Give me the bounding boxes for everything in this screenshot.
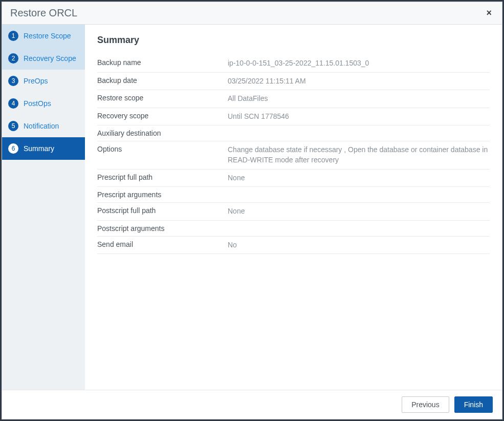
summary-row-options: Options Change database state if necessa… xyxy=(97,141,490,169)
step-recovery-scope[interactable]: 2 Recovery Scope xyxy=(2,47,85,70)
dialog-title: Restore ORCL xyxy=(10,7,77,19)
close-icon[interactable]: × xyxy=(484,8,494,18)
dialog-header: Restore ORCL × xyxy=(2,2,502,25)
summary-row-prescript-args: Prescript arguments xyxy=(97,187,490,203)
summary-row-prescript-path: Prescript full path None xyxy=(97,170,490,187)
wizard-sidebar: 1 Restore Scope 2 Recovery Scope 3 PreOp… xyxy=(2,25,85,390)
step-label: PostOps xyxy=(24,99,51,108)
summary-value: None xyxy=(228,206,490,217)
step-number-icon: 1 xyxy=(8,31,18,41)
step-notification[interactable]: 5 Notification xyxy=(2,115,85,137)
summary-value: Change database state if necessary , Ope… xyxy=(228,145,490,165)
summary-label: Postscript full path xyxy=(97,206,228,215)
step-label: Summary xyxy=(24,144,54,153)
dialog-footer: Previous Finish xyxy=(2,390,502,419)
step-summary[interactable]: 6 Summary xyxy=(2,137,85,160)
content-panel: Summary Backup name ip-10-0-0-151_03-25-… xyxy=(85,25,502,390)
summary-row-backup-date: Backup date 03/25/2022 11:15:11 AM xyxy=(97,73,490,91)
summary-value: No xyxy=(228,240,490,250)
step-number-icon: 6 xyxy=(8,143,18,154)
summary-row-recovery-scope: Recovery scope Until SCN 1778546 xyxy=(97,108,490,126)
step-number-icon: 2 xyxy=(8,53,18,64)
step-number-icon: 3 xyxy=(8,76,18,86)
summary-label: Backup date xyxy=(97,76,228,85)
step-label: Recovery Scope xyxy=(24,54,76,62)
summary-value: All DataFiles xyxy=(228,94,490,104)
step-postops[interactable]: 4 PostOps xyxy=(2,92,85,115)
summary-label: Send email xyxy=(97,240,228,248)
step-number-icon: 4 xyxy=(8,98,18,109)
summary-value: Until SCN 1778546 xyxy=(228,112,490,122)
step-label: Notification xyxy=(24,122,59,130)
summary-row-postscript-path: Postscript full path None xyxy=(97,203,490,221)
summary-label: Recovery scope xyxy=(97,112,228,120)
summary-value: ip-10-0-0-151_03-25-2022_11.15.01.1503_0 xyxy=(228,58,490,69)
summary-value: 03/25/2022 11:15:11 AM xyxy=(228,76,490,87)
step-label: PreOps xyxy=(24,77,48,85)
step-preops[interactable]: 3 PreOps xyxy=(2,70,85,92)
panel-title: Summary xyxy=(97,35,490,46)
summary-label: Prescript arguments xyxy=(97,191,228,199)
summary-row-postscript-args: Postscript arguments xyxy=(97,221,490,237)
dialog-body: 1 Restore Scope 2 Recovery Scope 3 PreOp… xyxy=(2,25,502,390)
previous-button[interactable]: Previous xyxy=(402,396,449,413)
summary-label: Auxiliary destination xyxy=(97,129,228,137)
summary-label: Postscript arguments xyxy=(97,224,228,233)
step-label: Restore Scope xyxy=(24,32,71,40)
summary-label: Restore scope xyxy=(97,94,228,102)
restore-dialog: Restore ORCL × 1 Restore Scope 2 Recover… xyxy=(2,2,502,419)
summary-row-backup-name: Backup name ip-10-0-0-151_03-25-2022_11.… xyxy=(97,55,490,73)
step-restore-scope[interactable]: 1 Restore Scope xyxy=(2,25,85,47)
summary-row-send-email: Send email No xyxy=(97,237,490,255)
summary-label: Backup name xyxy=(97,58,228,67)
finish-button[interactable]: Finish xyxy=(454,396,493,413)
summary-value: None xyxy=(228,173,490,183)
summary-label: Options xyxy=(97,145,228,153)
step-number-icon: 5 xyxy=(8,121,18,131)
summary-label: Prescript full path xyxy=(97,173,228,181)
summary-row-auxiliary-destination: Auxiliary destination xyxy=(97,125,490,141)
summary-row-restore-scope: Restore scope All DataFiles xyxy=(97,90,490,108)
